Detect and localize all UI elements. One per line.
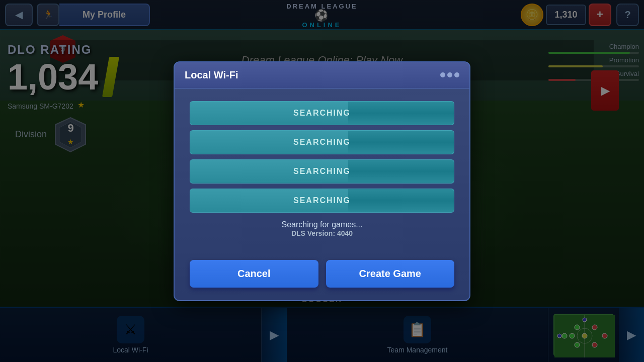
searching-text-4: SEARCHING	[293, 196, 351, 205]
local-wifi-modal: Local Wi-Fi SEARCHING SEARCHING SEARCHIN…	[174, 61, 470, 301]
searching-button-1[interactable]: SEARCHING	[190, 101, 454, 125]
modal-footer: Cancel Create Game	[175, 260, 469, 300]
modal-dot-1[interactable]	[440, 72, 445, 77]
modal-header: Local Wi-Fi	[175, 62, 469, 88]
searching-text-3: SEARCHING	[293, 167, 351, 176]
searching-button-3[interactable]: SEARCHING	[190, 159, 454, 184]
cancel-button[interactable]: Cancel	[190, 260, 318, 288]
create-game-button[interactable]: Create Game	[326, 260, 455, 288]
status-text: Searching for games... DLS Version: 4040	[190, 220, 454, 237]
modal-overlay: Local Wi-Fi SEARCHING SEARCHING SEARCHIN…	[0, 0, 644, 362]
modal-title: Local Wi-Fi	[185, 69, 238, 81]
modal-close-dots	[440, 72, 459, 77]
modal-body: SEARCHING SEARCHING SEARCHING SEARCHING …	[175, 88, 469, 260]
status-line1: Searching for games...	[190, 220, 454, 229]
searching-text-1: SEARCHING	[293, 109, 351, 118]
searching-text-2: SEARCHING	[293, 138, 351, 147]
status-line2: DLS Version: 4040	[190, 229, 454, 237]
searching-button-4[interactable]: SEARCHING	[190, 189, 454, 213]
modal-dot-2[interactable]	[447, 72, 452, 77]
modal-dot-3[interactable]	[454, 72, 459, 77]
searching-button-2[interactable]: SEARCHING	[190, 130, 454, 154]
